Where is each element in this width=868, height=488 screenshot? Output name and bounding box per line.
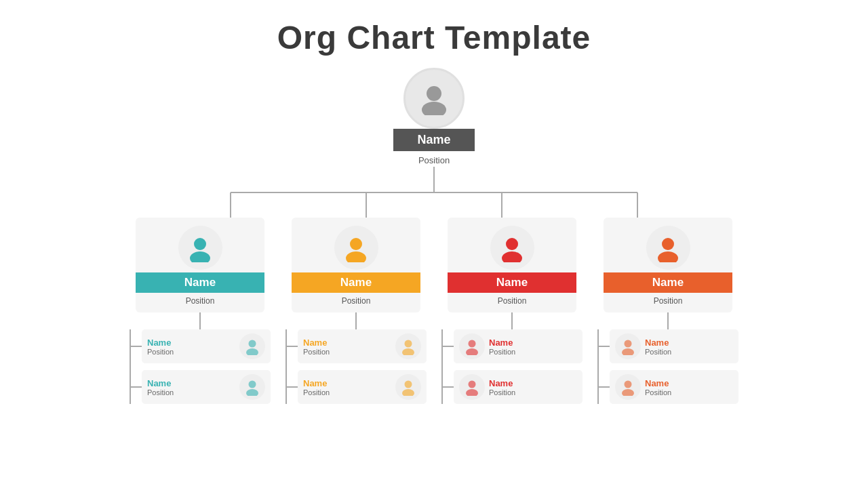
- svg-point-15: [346, 251, 366, 262]
- l1-sub-pos-2a: Position: [303, 348, 391, 356]
- l1-sub-avatar-3b: [459, 374, 485, 400]
- l1-position-4: Position: [654, 296, 683, 306]
- svg-point-9: [190, 251, 210, 262]
- org-chart: Name Position Name Position: [132, 68, 736, 404]
- l1-sub-name-2a: Name: [303, 338, 391, 348]
- l1-sub-name-1b: Name: [147, 378, 235, 388]
- svg-point-8: [194, 238, 206, 250]
- root-connector-svg: [156, 167, 712, 218]
- svg-point-14: [350, 238, 362, 250]
- l1-person-icon-2: [342, 234, 370, 262]
- l1-position-2: Position: [342, 296, 371, 306]
- l1-sub-person-icon-1a: [243, 338, 261, 355]
- l1-position-3: Position: [498, 296, 527, 306]
- l1-position-1: Position: [186, 296, 215, 306]
- l1-sub-node-3a: Name Position: [454, 329, 583, 363]
- l1-sub-avatar-4b: [615, 374, 641, 400]
- l1-avatar-3: [490, 226, 534, 270]
- l1-name-bar-1: Name: [136, 272, 264, 293]
- l1-sub-pos-4a: Position: [645, 348, 733, 356]
- l1-sub-name-4b: Name: [645, 378, 733, 388]
- l1-sub-person-icon-2a: [399, 338, 417, 355]
- l1-sub-name-3b: Name: [489, 378, 577, 388]
- svg-point-11: [246, 348, 258, 355]
- svg-point-1: [422, 102, 446, 115]
- l1-avatar-2: [334, 226, 378, 270]
- l1-sub-name-3a: Name: [489, 338, 577, 348]
- svg-point-23: [466, 348, 478, 355]
- root-position: Position: [412, 154, 456, 167]
- l1-sub-pos-3b: Position: [489, 388, 577, 396]
- l1-sub-person-icon-3b: [463, 378, 481, 396]
- svg-point-13: [246, 389, 258, 396]
- root-avatar: [403, 68, 465, 129]
- l1-card-red: Name Position: [448, 218, 576, 312]
- l1-name-bar-3: Name: [448, 272, 576, 293]
- svg-point-12: [249, 381, 256, 388]
- svg-point-26: [662, 238, 674, 250]
- l1-sub-vline-4: [667, 312, 669, 329]
- svg-point-28: [625, 340, 632, 348]
- svg-point-21: [502, 251, 522, 262]
- l1-person-icon-3: [498, 234, 526, 262]
- l1-sub-node-1b: Name Position: [142, 370, 271, 404]
- l1-sub-vline-2: [355, 312, 357, 329]
- svg-point-18: [405, 381, 412, 388]
- l1-sub-pos-2b: Position: [303, 388, 391, 396]
- l1-avatar-1: [178, 226, 222, 270]
- svg-point-17: [402, 348, 414, 355]
- l1-avatar-4: [646, 226, 690, 270]
- svg-point-10: [249, 340, 256, 348]
- l1-sub-person-icon-2b: [399, 378, 417, 396]
- svg-point-20: [506, 238, 518, 250]
- svg-point-30: [625, 381, 632, 388]
- l1-sub-pos-3a: Position: [489, 348, 577, 356]
- l1-sub-name-2b: Name: [303, 378, 391, 388]
- l1-sub-avatar-1b: [239, 374, 265, 400]
- l1-sub-node-2b: Name Position: [298, 370, 427, 404]
- root-node: Name Position: [393, 68, 475, 167]
- l1-sub-person-icon-3a: [463, 338, 481, 355]
- l1-sub-avatar-2a: [395, 333, 421, 359]
- l1-col-1: Name Position Name Position: [132, 218, 268, 404]
- root-name-bar: Name: [393, 129, 475, 151]
- svg-point-16: [405, 340, 412, 348]
- l1-sub-avatar-4a: [615, 333, 641, 359]
- l1-name-bar-4: Name: [604, 272, 732, 293]
- l1-sub-avatar-1a: [239, 333, 265, 359]
- svg-point-22: [469, 340, 476, 348]
- l1-sub-avatar-2b: [395, 374, 421, 400]
- l1-sub-name-4a: Name: [645, 338, 733, 348]
- level1-columns: Name Position Name Position: [132, 218, 736, 404]
- l1-sub-node-4a: Name Position: [610, 329, 738, 363]
- l1-sub-vline-3: [511, 312, 513, 329]
- svg-point-25: [466, 389, 478, 396]
- page-title: Org Chart Template: [0, 0, 868, 56]
- l1-sub-node-4b: Name Position: [610, 370, 738, 404]
- root-person-icon: [417, 81, 451, 115]
- svg-point-24: [469, 381, 476, 388]
- l1-col-2: Name Position Name Position: [288, 218, 424, 404]
- l1-sub-name-1a: Name: [147, 338, 235, 348]
- l1-sub-pos-1a: Position: [147, 348, 235, 356]
- l1-person-icon-4: [654, 234, 682, 262]
- svg-point-0: [427, 86, 441, 101]
- l1-sub-avatar-3a: [459, 333, 485, 359]
- l1-sub-vline-1: [199, 312, 201, 329]
- l1-col-3: Name Position: [444, 218, 580, 404]
- l1-sub-person-icon-4a: [619, 338, 637, 355]
- svg-point-27: [658, 251, 678, 262]
- l1-sub-pos-1b: Position: [147, 388, 235, 396]
- l1-sub-node-3b: Name Position: [454, 370, 583, 404]
- l1-sub-person-icon-4b: [619, 378, 637, 396]
- l1-person-icon-1: [186, 234, 214, 262]
- svg-point-29: [622, 348, 634, 355]
- svg-point-19: [402, 389, 414, 396]
- l1-sub-node-2a: Name Position: [298, 329, 427, 363]
- l1-card-teal: Name Position: [136, 218, 264, 312]
- l1-card-yellow: Name Position: [292, 218, 420, 312]
- l1-name-bar-2: Name: [292, 272, 420, 293]
- l1-sub-pos-4b: Position: [645, 388, 733, 396]
- l1-sub-node-1a: Name Position: [142, 329, 271, 363]
- l1-sub-person-icon-1b: [243, 378, 261, 396]
